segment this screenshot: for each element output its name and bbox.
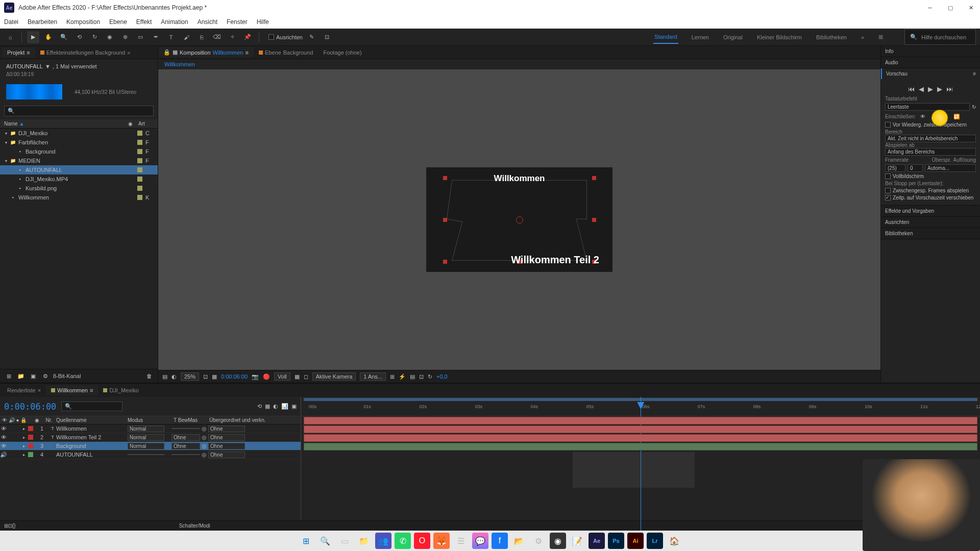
motion-blur-icon[interactable]: ◐ [273,403,278,410]
exposure-value[interactable]: +0,0 [436,373,448,380]
project-item[interactable]: ▪ Kursbild.png [0,184,158,193]
preview-panel-header[interactable]: Vorschau ≡ [881,68,980,79]
label-color-icon[interactable] [137,131,142,136]
illustrator-icon[interactable]: Ai [627,533,644,549]
layer-name[interactable]: Willkommen Teil 2 [56,434,128,440]
trkmat-dropdown[interactable]: Ohne [172,434,200,441]
taskbar-search-icon[interactable]: 🔍 [317,533,333,549]
puppet-tool-icon[interactable]: 📌 [241,31,254,43]
zoom-dropdown[interactable]: 25% [181,372,199,381]
parent-pickwhip-icon[interactable]: ◎ [200,434,208,441]
project-item[interactable]: ▪ Background F [0,147,158,156]
visibility-icon[interactable]: 👁 [0,434,7,440]
views-dropdown[interactable]: 1 Ans... [360,372,386,381]
camera-dropdown[interactable]: Aktive Kamera [312,372,356,381]
twirl-icon[interactable]: ▸ [21,427,27,431]
trkmat-dropdown[interactable] [172,454,200,455]
col-mode-header[interactable]: Modus [128,417,174,423]
help-search[interactable]: 🔍 Hilfe durchsuchen [904,29,976,45]
project-item[interactable]: ▾ 📁 Farbflächen F [0,138,158,147]
tab-timeline-willkommen[interactable]: Willkommen ≡ [46,385,98,395]
pixel-aspect-icon[interactable]: ⊞ [390,373,395,380]
tab-renderlist[interactable]: Renderliste × [2,385,46,395]
alpha-icon[interactable]: ◐ [172,373,177,380]
mask-handle[interactable] [443,176,447,180]
new-comp-icon[interactable]: ▣ [29,371,38,381]
trkmat-dropdown[interactable] [172,428,200,429]
layer-bar-audio[interactable] [304,443,977,450]
layer-name[interactable]: Background [56,443,128,449]
messenger-icon[interactable]: 💬 [472,533,488,549]
selection-tool-icon[interactable]: ▶ [27,31,39,43]
resolution-dropdown[interactable]: Voll [274,372,290,381]
col-trk-header[interactable]: T BewMas [174,417,209,423]
tab-menu-icon[interactable]: ≡ [90,387,93,393]
layer-color-icon[interactable] [28,443,33,448]
hand-tool-icon[interactable]: ✋ [42,31,55,43]
layer-color-icon[interactable] [28,435,33,440]
start-icon[interactable]: ⊞ [298,533,314,549]
workspace-reset-icon[interactable]: ⊞ [877,31,884,43]
brush-tool-icon[interactable]: 🖌 [180,31,192,43]
home-icon[interactable]: ⌂ [4,31,16,43]
trash-icon[interactable]: 🗑 [144,371,154,381]
tab-effect-controls[interactable]: Effekteinstellungen Background » [35,47,136,58]
info-panel-header[interactable]: Info [881,46,980,57]
layer-name[interactable]: Willkommen [56,425,128,432]
whatsapp-icon[interactable]: ✆ [395,533,411,549]
effects-panel-header[interactable]: Effekte und Vorgaben [881,206,980,216]
minimize-button[interactable]: ─ [925,5,935,11]
time-ruler[interactable]: :00s01s02s03s04s05s06s07s08s09s10s11s12s [301,397,980,416]
orbit-tool-icon[interactable]: ⟲ [73,31,85,43]
label-color-icon[interactable] [137,195,142,200]
menu-effekt[interactable]: Effekt [136,18,152,26]
timeline-search[interactable]: 🔍 [61,402,122,411]
mask-handle[interactable] [443,218,447,222]
twirl-icon[interactable]: ▸ [21,444,27,448]
label-color-icon[interactable] [137,177,142,182]
label-color-icon[interactable] [137,149,142,154]
menu-hilfe[interactable]: Hilfe [257,18,269,26]
lock-icon[interactable]: 🔒 [163,49,170,56]
col-name-header[interactable]: Name ▲ [4,121,128,127]
layer-color-icon[interactable] [28,426,33,431]
snapshot-icon[interactable]: 📷 [252,373,259,380]
project-list[interactable]: ▾ 📁 DJI_Mexiko C ▾ 📁 Farbflächen F ▪ Bac… [0,129,158,369]
loop-icon[interactable]: 🔁 [952,112,961,120]
project-search[interactable]: 🔍 [4,106,154,116]
footage-tab[interactable]: Footage (ohne) [318,47,366,58]
transparency-icon[interactable]: ▦ [295,373,300,380]
label-color-icon[interactable] [137,140,142,145]
firefox-icon[interactable]: 🦊 [433,533,450,549]
menu-fenster[interactable]: Fenster [227,18,248,26]
visibility-icon[interactable]: 👁 [0,425,7,432]
resolution-icon[interactable]: ⊡ [203,373,208,380]
last-frame-icon[interactable]: ⏭ [946,85,953,93]
cache-checkbox[interactable] [885,122,891,128]
facebook-icon[interactable]: f [492,533,508,549]
region-icon[interactable]: ◻ [304,373,308,380]
mask-handle[interactable] [592,218,596,222]
visibility-icon[interactable]: 👁 [0,443,7,449]
mask-handle[interactable] [443,260,447,264]
comp-tab-willkommen[interactable]: 🔒 ▦ Komposition Willkommen ≡ [158,47,254,58]
pen-tool-icon[interactable]: ✒ [150,31,162,43]
canvas-text-2[interactable]: Willkommen Teil 2 [511,254,599,266]
workspace-original[interactable]: Original [722,31,744,43]
first-frame-icon[interactable]: ⏮ [908,85,915,93]
twirl-icon[interactable]: ▸ [21,435,27,440]
schalter-modi-toggle[interactable]: Schalter/Modi [179,523,210,529]
speaker-icon[interactable]: 🔊 [930,112,938,120]
align-panel-header[interactable]: Ausrichten [881,217,980,228]
parent-pickwhip-icon[interactable]: ◎ [200,425,208,432]
visibility-icon[interactable]: 🔊 [0,452,7,458]
rotate-tool-icon[interactable]: ↻ [88,31,101,43]
comp-viewport[interactable]: Willkommen Willkommen Teil 2 [158,69,880,370]
parent-pickwhip-icon[interactable]: ◎ [200,443,208,449]
interpret-footage-icon[interactable]: ⊞ [4,371,13,381]
layer-bar[interactable] [304,434,977,442]
project-item[interactable]: ▪ Willkommen K [0,193,158,202]
menu-komposition[interactable]: Komposition [66,18,100,26]
toggle-switches-icon[interactable]: ⊞ [4,523,8,529]
snap-icon[interactable]: ✎ [306,31,318,43]
